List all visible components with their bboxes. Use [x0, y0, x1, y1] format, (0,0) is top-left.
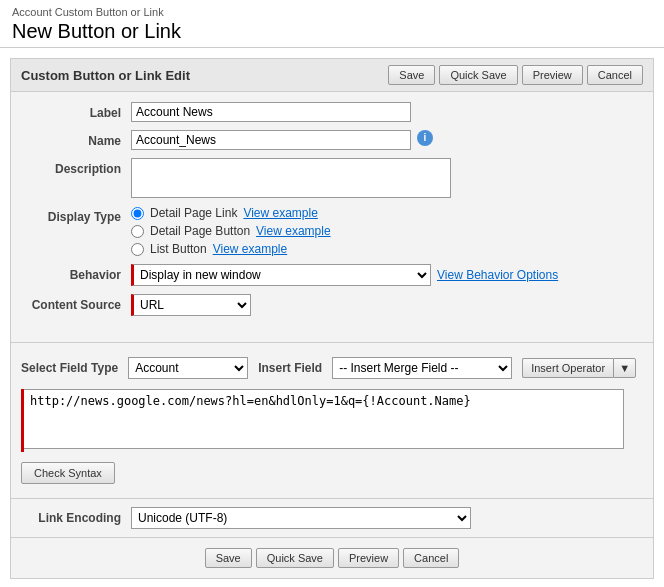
display-type-control-wrap: Detail Page Link View example Detail Pag…: [131, 206, 643, 256]
section-title: Custom Button or Link Edit: [21, 68, 190, 83]
radio-list-button: List Button View example: [131, 242, 331, 256]
select-field-type-label: Select Field Type: [21, 361, 118, 375]
check-syntax-button[interactable]: Check Syntax: [21, 462, 115, 484]
label-control-wrap: [131, 102, 643, 122]
radio-detail-page-button-label: Detail Page Button: [150, 224, 250, 238]
name-field-label: Name: [21, 130, 131, 148]
radio-detail-page-link-label: Detail Page Link: [150, 206, 237, 220]
field-selector-row: Select Field Type Account Insert Field -…: [11, 351, 653, 385]
content-source-control-wrap: URL: [131, 294, 643, 316]
content-source-row: Content Source URL: [11, 294, 653, 316]
radio-list-button-label: List Button: [150, 242, 207, 256]
divider-1: [11, 342, 653, 343]
behavior-field-label: Behavior: [21, 264, 131, 282]
link-encoding-label: Link Encoding: [21, 507, 131, 525]
name-control-wrap: i: [131, 130, 643, 150]
description-field-label: Description: [21, 158, 131, 176]
url-textarea[interactable]: http://news.google.com/news?hl=en&hdlOnl…: [24, 389, 624, 449]
radio-list-button-input[interactable]: [131, 243, 144, 256]
radio-detail-page-button: Detail Page Button View example: [131, 224, 331, 238]
link-encoding-control-wrap: Unicode (UTF-8): [131, 507, 643, 529]
page-title: New Button or Link: [12, 20, 652, 43]
info-icon[interactable]: i: [417, 130, 433, 146]
detail-page-button-example[interactable]: View example: [256, 224, 330, 238]
description-row: Description: [11, 158, 653, 198]
link-encoding-row: Link Encoding Unicode (UTF-8): [11, 507, 653, 529]
top-cancel-button[interactable]: Cancel: [587, 65, 643, 85]
form-area: Label Name i Description Display Type: [11, 92, 653, 334]
content-source-label: Content Source: [21, 294, 131, 312]
list-button-example[interactable]: View example: [213, 242, 287, 256]
bottom-preview-button[interactable]: Preview: [338, 548, 399, 568]
insert-field-label: Insert Field: [258, 361, 322, 375]
top-btn-group: Save Quick Save Preview Cancel: [388, 65, 643, 85]
behavior-control-wrap: Display in new window View Behavior Opti…: [131, 264, 643, 286]
radio-detail-page-button-input[interactable]: [131, 225, 144, 238]
label-field-label: Label: [21, 102, 131, 120]
behavior-row: Behavior Display in new window View Beha…: [11, 264, 653, 286]
top-preview-button[interactable]: Preview: [522, 65, 583, 85]
field-type-select[interactable]: Account: [128, 357, 248, 379]
display-type-row: Display Type Detail Page Link View examp…: [11, 206, 653, 256]
insert-field-select[interactable]: -- Insert Merge Field --: [332, 357, 512, 379]
label-row: Label: [11, 102, 653, 122]
description-control-wrap: [131, 158, 643, 198]
display-type-radio-group: Detail Page Link View example Detail Pag…: [131, 206, 331, 256]
content-source-select[interactable]: URL: [131, 294, 251, 316]
top-quick-save-button[interactable]: Quick Save: [439, 65, 517, 85]
insert-operator-main[interactable]: Insert Operator: [522, 358, 613, 378]
insert-operator-button: Insert Operator ▼: [522, 358, 636, 378]
description-textarea[interactable]: [131, 158, 451, 198]
bottom-quick-save-button[interactable]: Quick Save: [256, 548, 334, 568]
section-header: Custom Button or Link Edit Save Quick Sa…: [11, 59, 653, 92]
divider-2: [11, 498, 653, 499]
radio-detail-page-link: Detail Page Link View example: [131, 206, 331, 220]
detail-page-link-example[interactable]: View example: [243, 206, 317, 220]
bottom-btn-area: Save Quick Save Preview Cancel: [11, 537, 653, 578]
radio-detail-page-link-input[interactable]: [131, 207, 144, 220]
bottom-save-button[interactable]: Save: [205, 548, 252, 568]
main-content: Custom Button or Link Edit Save Quick Sa…: [10, 58, 654, 579]
name-input[interactable]: [131, 130, 411, 150]
label-input[interactable]: [131, 102, 411, 122]
url-input-area: http://news.google.com/news?hl=en&hdlOnl…: [21, 389, 643, 452]
top-save-button[interactable]: Save: [388, 65, 435, 85]
bottom-cancel-button[interactable]: Cancel: [403, 548, 459, 568]
display-type-label: Display Type: [21, 206, 131, 224]
insert-operator-arrow[interactable]: ▼: [613, 358, 636, 378]
view-behavior-options-link[interactable]: View Behavior Options: [437, 268, 558, 282]
breadcrumb: Account Custom Button or Link: [12, 6, 652, 18]
page-header: Account Custom Button or Link New Button…: [0, 0, 664, 48]
name-row: Name i: [11, 130, 653, 150]
check-syntax-area: Check Syntax: [11, 456, 653, 490]
link-encoding-select[interactable]: Unicode (UTF-8): [131, 507, 471, 529]
behavior-select[interactable]: Display in new window: [131, 264, 431, 286]
